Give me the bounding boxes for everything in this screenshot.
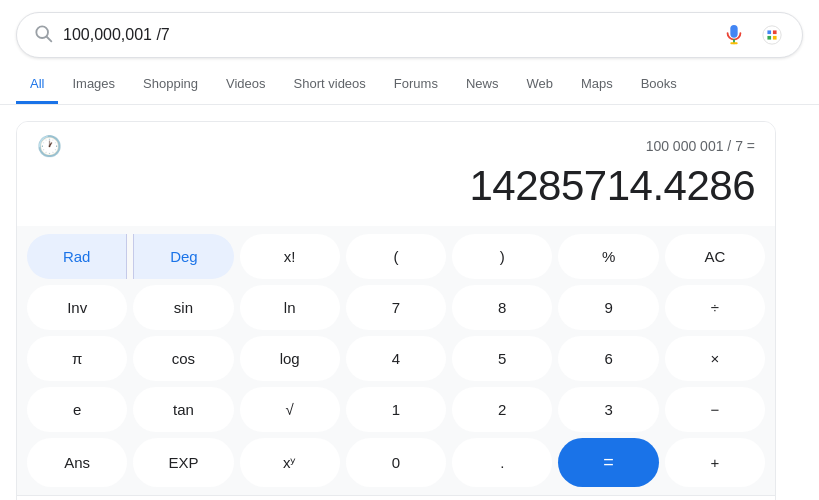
calc-btn-_[interactable]: . xyxy=(452,438,552,487)
calc-btn-9[interactable]: 9 xyxy=(558,285,658,330)
calc-btn-ln[interactable]: ln xyxy=(240,285,340,330)
voice-search-icon[interactable] xyxy=(720,21,748,49)
tab-videos[interactable]: Videos xyxy=(212,66,280,104)
calc-btn-x_[interactable]: x! xyxy=(240,234,340,279)
nav-tabs: All Images Shopping Videos Short videos … xyxy=(0,66,819,105)
svg-point-4 xyxy=(763,26,781,44)
calc-btn-3[interactable]: 3 xyxy=(558,387,658,432)
main-content: 🕐 100 000 001 / 7 = 14285714.4286 RadDeg… xyxy=(0,105,819,500)
history-icon[interactable]: 🕐 xyxy=(37,134,62,158)
search-query[interactable]: 100,000,001 /7 xyxy=(63,26,710,44)
calc-btn-7[interactable]: 7 xyxy=(346,285,446,330)
calc-btn-_[interactable]: √ xyxy=(240,387,340,432)
calculator-card: 🕐 100 000 001 / 7 = 14285714.4286 RadDeg… xyxy=(16,121,776,500)
calc-btn-Ans[interactable]: Ans xyxy=(27,438,127,487)
tab-shopping[interactable]: Shopping xyxy=(129,66,212,104)
calc-btn-Inv[interactable]: Inv xyxy=(27,285,127,330)
tab-maps[interactable]: Maps xyxy=(567,66,627,104)
calc-btn-Deg[interactable]: Deg xyxy=(133,234,233,279)
calc-btn-4[interactable]: 4 xyxy=(346,336,446,381)
calc-btn-_[interactable]: ) xyxy=(452,234,552,279)
search-bar-container: 100,000,001 /7 xyxy=(0,0,819,66)
math-solver-bar[interactable]: Math Solver› xyxy=(17,495,775,500)
calc-btn-0[interactable]: 0 xyxy=(346,438,446,487)
tab-forums[interactable]: Forums xyxy=(380,66,452,104)
calculator-display: 🕐 100 000 001 / 7 = 14285714.4286 xyxy=(17,122,775,226)
calc-equation: 100 000 001 / 7 = xyxy=(646,138,755,154)
tab-short-videos[interactable]: Short videos xyxy=(280,66,380,104)
calc-history-row: 🕐 100 000 001 / 7 = xyxy=(37,134,755,158)
calc-btn-5[interactable]: 5 xyxy=(452,336,552,381)
search-icon xyxy=(33,23,53,47)
calc-btn-Rad[interactable]: Rad xyxy=(27,234,127,279)
calc-btn-_[interactable]: % xyxy=(558,234,658,279)
calc-btn-_[interactable]: ÷ xyxy=(665,285,765,330)
tab-news[interactable]: News xyxy=(452,66,513,104)
tab-images[interactable]: Images xyxy=(58,66,129,104)
calc-btn-1[interactable]: 1 xyxy=(346,387,446,432)
calc-btn-tan[interactable]: tan xyxy=(133,387,233,432)
calc-btn-AC[interactable]: AC xyxy=(665,234,765,279)
calc-btn-6[interactable]: 6 xyxy=(558,336,658,381)
calc-btn-x_[interactable]: xʸ xyxy=(240,438,340,487)
tab-all[interactable]: All xyxy=(16,66,58,104)
calc-result: 14285714.4286 xyxy=(470,162,755,210)
google-lens-icon[interactable] xyxy=(758,21,786,49)
calc-btn-_[interactable]: − xyxy=(665,387,765,432)
calc-btn-_[interactable]: + xyxy=(665,438,765,487)
calc-btn-2[interactable]: 2 xyxy=(452,387,552,432)
search-bar[interactable]: 100,000,001 /7 xyxy=(16,12,803,58)
calc-btn-_[interactable]: π xyxy=(27,336,127,381)
calc-btn-sin[interactable]: sin xyxy=(133,285,233,330)
calc-btn-cos[interactable]: cos xyxy=(133,336,233,381)
calc-buttons-grid: RadDegx!()%ACInvsinln789÷πcoslog456×etan… xyxy=(17,226,775,495)
calc-btn-e[interactable]: e xyxy=(27,387,127,432)
calc-btn-_[interactable]: × xyxy=(665,336,765,381)
tab-web[interactable]: Web xyxy=(512,66,567,104)
tab-books[interactable]: Books xyxy=(627,66,691,104)
calc-btn-_[interactable]: = xyxy=(558,438,658,487)
calc-btn-EXP[interactable]: EXP xyxy=(133,438,233,487)
svg-line-1 xyxy=(47,37,52,42)
calc-btn-_[interactable]: ( xyxy=(346,234,446,279)
calc-btn-8[interactable]: 8 xyxy=(452,285,552,330)
calc-btn-log[interactable]: log xyxy=(240,336,340,381)
